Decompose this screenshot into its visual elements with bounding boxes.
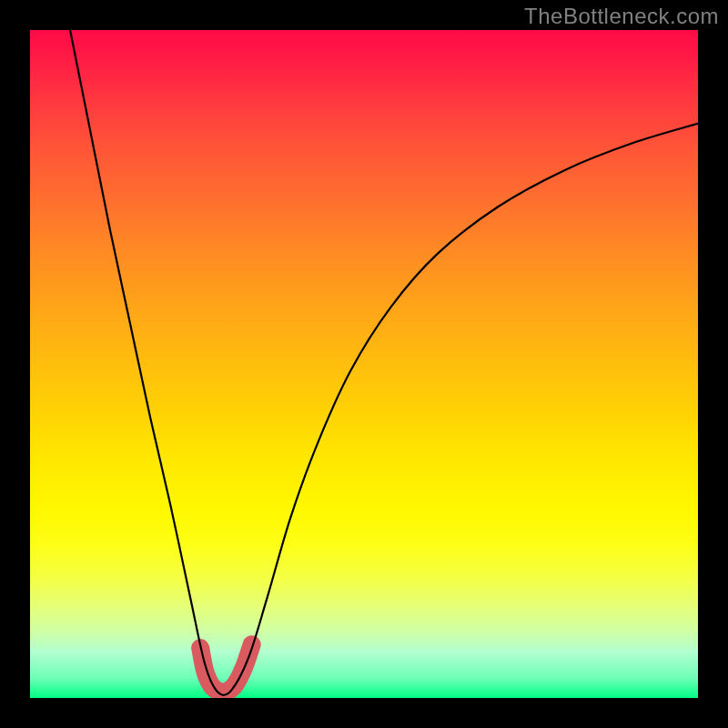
plot-area	[30, 30, 698, 698]
bottleneck-curve-path	[70, 30, 698, 695]
chart-frame: TheBottleneck.com	[0, 0, 728, 728]
watermark-text: TheBottleneck.com	[524, 4, 719, 29]
curve-svg	[30, 30, 698, 698]
